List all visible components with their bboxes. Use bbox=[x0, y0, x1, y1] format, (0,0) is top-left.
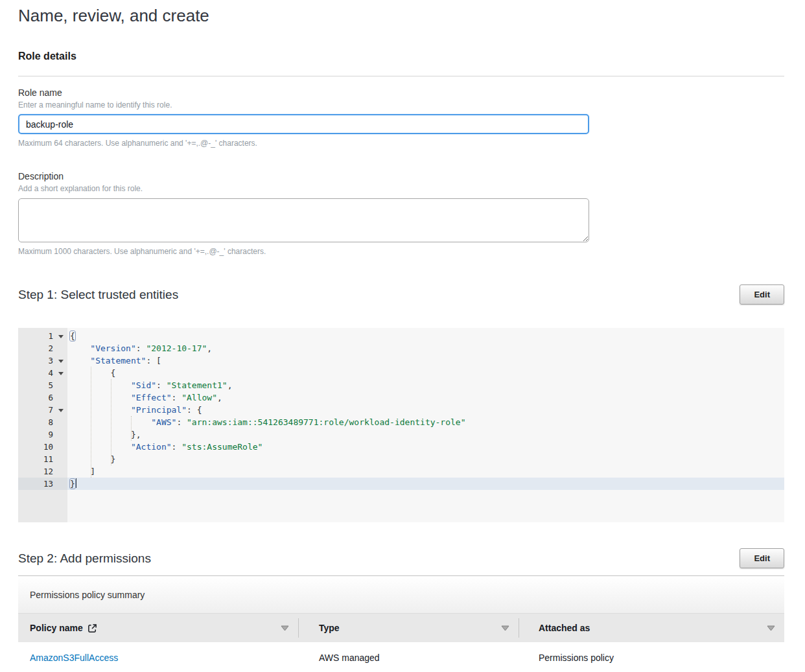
code-line[interactable]: 5 "Sid": "Statement1", bbox=[18, 379, 784, 391]
code-line[interactable]: 3 "Statement": [ bbox=[18, 354, 784, 367]
table-cell: AWS managed bbox=[298, 642, 519, 672]
page-title: Name, review, and create bbox=[18, 5, 784, 26]
code-text: "Statement": [ bbox=[67, 354, 784, 367]
line-number: 7 bbox=[18, 404, 67, 416]
code-line[interactable]: 4 { bbox=[18, 367, 784, 379]
line-number: 1 bbox=[18, 330, 67, 342]
line-number: 2 bbox=[18, 342, 67, 354]
code-text: } bbox=[67, 453, 784, 465]
column-header-attached-as: Attached as bbox=[519, 614, 784, 642]
step1-edit-button[interactable]: Edit bbox=[740, 284, 784, 305]
code-text: "Version": "2012-10-17", bbox=[67, 342, 784, 354]
code-line[interactable]: 7 "Principal": { bbox=[18, 404, 784, 416]
step1-header: Step 1: Select trusted entities Edit bbox=[18, 284, 784, 305]
code-text: "AWS": "arn:aws:iam::541263489771:role/w… bbox=[67, 416, 784, 428]
description-textarea[interactable] bbox=[18, 198, 589, 242]
line-number: 8 bbox=[18, 416, 67, 428]
page: Name, review, and create Role details Ro… bbox=[18, 0, 784, 672]
trust-policy-editor[interactable]: 1{2 "Version": "2012-10-17",3 "Statement… bbox=[18, 328, 784, 522]
code-text: "Sid": "Statement1", bbox=[67, 379, 784, 391]
table-cell: Permissions policy bbox=[519, 642, 784, 672]
permissions-panel: Permissions policy summary Policy nameTy… bbox=[18, 575, 784, 672]
permissions-panel-title: Permissions policy summary bbox=[18, 576, 784, 614]
line-number: 6 bbox=[18, 391, 67, 404]
code-line[interactable]: 10 "Action": "sts:AssumeRole" bbox=[18, 441, 784, 453]
column-header-policy-name: Policy name bbox=[18, 614, 298, 642]
line-number: 12 bbox=[18, 465, 67, 478]
filter-dropdown-icon[interactable] bbox=[281, 625, 289, 631]
description-constraint: Maximum 1000 characters. Use alphanumeri… bbox=[18, 247, 784, 256]
line-number: 11 bbox=[18, 453, 67, 465]
code-text: "Action": "sts:AssumeRole" bbox=[67, 441, 784, 453]
filter-dropdown-icon[interactable] bbox=[767, 625, 775, 631]
fold-caret-icon[interactable] bbox=[58, 372, 64, 375]
line-number: 13 bbox=[18, 478, 67, 490]
role-name-constraint: Maximum 64 characters. Use alphanumeric … bbox=[18, 139, 784, 148]
fold-caret-icon[interactable] bbox=[58, 409, 64, 412]
role-name-input[interactable] bbox=[18, 114, 589, 134]
line-number: 4 bbox=[18, 367, 67, 379]
code-line[interactable]: 2 "Version": "2012-10-17", bbox=[18, 342, 784, 354]
policy-name-link[interactable]: AmazonS3FullAccess bbox=[30, 653, 118, 663]
code-line[interactable]: 1{ bbox=[18, 330, 784, 342]
column-header-label: Type bbox=[319, 623, 340, 633]
column-separator bbox=[519, 618, 519, 638]
filter-dropdown-icon[interactable] bbox=[501, 625, 509, 631]
line-number: 3 bbox=[18, 354, 67, 367]
code-line[interactable]: 8 "AWS": "arn:aws:iam::541263489771:role… bbox=[18, 416, 784, 428]
code-line[interactable]: 9 }, bbox=[18, 428, 784, 441]
role-name-help: Enter a meaningful name to identify this… bbox=[18, 100, 784, 110]
fold-caret-icon[interactable] bbox=[58, 360, 64, 363]
external-link-icon bbox=[88, 623, 97, 633]
line-number: 5 bbox=[18, 379, 67, 391]
column-header-label: Attached as bbox=[539, 623, 590, 633]
divider bbox=[18, 76, 784, 76]
code-text: } bbox=[67, 478, 784, 490]
description-help: Add a short explanation for this role. bbox=[18, 184, 784, 193]
step1-heading: Step 1: Select trusted entities bbox=[18, 288, 178, 302]
line-number: 9 bbox=[18, 428, 67, 441]
column-separator bbox=[298, 618, 299, 638]
step2-edit-button[interactable]: Edit bbox=[740, 548, 784, 568]
code-text: { bbox=[67, 367, 784, 379]
line-number: 10 bbox=[18, 441, 67, 453]
code-lines: 1{2 "Version": "2012-10-17",3 "Statement… bbox=[18, 328, 784, 490]
code-text: "Principal": { bbox=[67, 404, 784, 416]
code-line[interactable]: 6 "Effect": "Allow", bbox=[18, 391, 784, 404]
role-details-heading: Role details bbox=[18, 51, 784, 62]
fold-caret-icon[interactable] bbox=[58, 335, 64, 338]
code-line[interactable]: 11 } bbox=[18, 453, 784, 465]
code-text: { bbox=[67, 330, 784, 342]
role-name-field: Role name Enter a meaningful name to ide… bbox=[18, 87, 784, 148]
code-line[interactable]: 12 ] bbox=[18, 465, 784, 478]
policy-table-body: AmazonS3FullAccessAWS managedPermissions… bbox=[18, 642, 784, 672]
column-header-label: Policy name bbox=[30, 623, 83, 633]
role-name-label: Role name bbox=[18, 87, 784, 98]
table-row: AmazonS3FullAccessAWS managedPermissions… bbox=[18, 642, 784, 672]
code-line[interactable]: 13} bbox=[18, 478, 784, 490]
description-label: Description bbox=[18, 171, 784, 181]
policy-table-header: Policy nameTypeAttached as bbox=[18, 614, 784, 642]
description-field: Description Add a short explanation for … bbox=[18, 171, 784, 256]
step2-heading: Step 2: Add permissions bbox=[18, 551, 151, 566]
column-header-type: Type bbox=[298, 614, 519, 642]
table-cell: AmazonS3FullAccess bbox=[18, 642, 298, 672]
code-text: ] bbox=[67, 465, 784, 478]
step2-header: Step 2: Add permissions Edit bbox=[18, 548, 784, 568]
code-text: "Effect": "Allow", bbox=[67, 391, 784, 404]
code-text: }, bbox=[67, 428, 784, 441]
text-cursor bbox=[76, 478, 76, 488]
